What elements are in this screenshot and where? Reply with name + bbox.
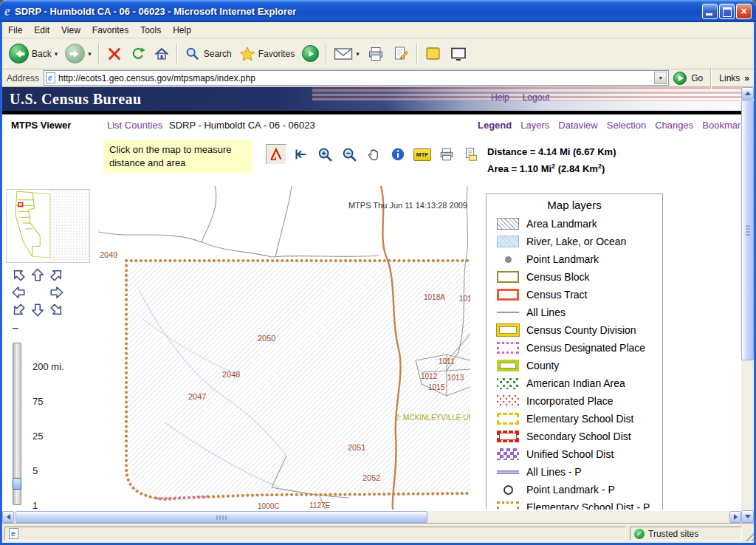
menu-view[interactable]: View [55, 23, 86, 38]
overview-map[interactable] [6, 189, 90, 263]
map-canvas[interactable]: MTPS Thu Jun 11 14:13:28 2009 2049205020… [98, 186, 470, 510]
pan-ne-button[interactable] [47, 266, 66, 284]
back-button[interactable]: Back ▾ [5, 41, 61, 67]
resize-grip[interactable] [743, 530, 754, 541]
vertical-scrollbar[interactable] [741, 87, 754, 523]
legend-item[interactable]: Census County Division [487, 321, 662, 339]
horizontal-scroll-thumb[interactable] [16, 511, 427, 523]
help-link[interactable]: Help [491, 92, 509, 103]
edit-button[interactable] [388, 41, 413, 67]
export-button[interactable] [461, 144, 481, 165]
home-button[interactable] [150, 41, 173, 67]
maximize-button[interactable] [719, 4, 735, 19]
favorites-button[interactable]: Favorites [236, 41, 298, 67]
map-label: 2048 [222, 370, 240, 379]
previous-extent-button[interactable] [290, 144, 311, 165]
vertical-scroll-thumb[interactable] [741, 100, 754, 360]
refresh-button[interactable] [126, 41, 150, 67]
mail-button[interactable]: ▾ [330, 41, 363, 67]
scroll-up-icon [745, 92, 751, 95]
nav-link-changes[interactable]: Changes [655, 120, 693, 131]
pan-se-button[interactable] [47, 301, 66, 319]
legend-item[interactable]: River, Lake, or Ocean [487, 233, 662, 250]
pan-tool-button[interactable] [363, 144, 384, 165]
messenger-icon [425, 45, 442, 63]
close-button[interactable]: × [736, 4, 752, 19]
discuss-icon [450, 45, 467, 63]
pan-s-button[interactable] [28, 301, 47, 319]
print-button[interactable] [363, 41, 388, 67]
forward-dropdown-icon[interactable]: ▾ [88, 50, 92, 58]
zoom-minus-label[interactable]: − [12, 322, 18, 335]
zoom-out-button[interactable] [339, 144, 360, 165]
map-label: 2: MCKINLEYVILLE UN [395, 414, 470, 422]
legend-item[interactable]: All Lines - P [487, 463, 662, 481]
legend-label: All Lines - P [526, 466, 582, 478]
zoom-slider[interactable] [13, 343, 21, 505]
history-button[interactable] [298, 41, 323, 67]
legend-item[interactable]: Census Designated Place [487, 339, 662, 357]
scroll-down-button[interactable] [741, 510, 754, 523]
scroll-up-button[interactable] [741, 87, 754, 100]
go-button[interactable]: Go [691, 73, 703, 83]
pan-e-button[interactable] [47, 284, 66, 301]
stop-button[interactable] [103, 41, 126, 67]
pan-n-button[interactable] [28, 266, 47, 284]
links-button[interactable]: Links [719, 73, 740, 83]
menu-favorites[interactable]: Favorites [86, 23, 134, 38]
legend-item[interactable]: Census Tract [487, 286, 662, 304]
mtf-tool-button[interactable]: MTF [412, 144, 433, 165]
pan-sw-button[interactable] [9, 301, 28, 319]
address-dropdown-icon[interactable]: ▾ [654, 72, 667, 84]
map-print-button[interactable] [436, 144, 457, 165]
back-dropdown-icon[interactable]: ▾ [55, 50, 58, 58]
home-icon [154, 46, 170, 62]
legend-item[interactable]: Area Landmark [487, 215, 662, 233]
nav-link-selection[interactable]: Selection [607, 120, 646, 131]
legend-item[interactable]: Point Landmark - P [487, 481, 662, 498]
info-tool-button[interactable] [388, 144, 408, 165]
title-bar[interactable]: e SDRP - Humboldt CA - 06 - 06023 - Micr… [0, 0, 756, 22]
legend-item[interactable]: County [487, 357, 662, 374]
scroll-right-button[interactable] [729, 511, 741, 523]
legend-label: Elementary School Dist - P [526, 501, 650, 510]
menu-help[interactable]: Help [167, 23, 197, 38]
legend-item[interactable]: Elementary School Dist - P [487, 498, 662, 510]
nav-link-dataview[interactable]: Dataview [558, 120, 597, 131]
links-chevron-icon[interactable]: » [744, 73, 749, 83]
legend-item[interactable]: Elementary School Dist [487, 410, 662, 428]
pan-w-button[interactable] [9, 284, 28, 301]
menu-edit[interactable]: Edit [28, 23, 55, 38]
address-input[interactable]: http://ecots1.geo.census.gov/mtpsmaps/in… [44, 70, 669, 86]
legend-item[interactable]: Unified School Dist [487, 445, 662, 463]
nav-link-legend[interactable]: Legend [478, 120, 512, 131]
menu-tools[interactable]: Tools [134, 23, 167, 38]
legend-label: Incorporated Place [526, 395, 614, 407]
mail-dropdown-icon[interactable]: ▾ [356, 50, 360, 58]
forward-button[interactable]: ▾ [61, 41, 95, 67]
measure-tool-button[interactable] [266, 144, 286, 165]
legend-item[interactable]: Census Block [487, 268, 662, 286]
horizontal-scrollbar[interactable] [2, 511, 741, 523]
messenger-button[interactable] [421, 41, 446, 67]
list-counties-link[interactable]: List Counties [107, 120, 162, 131]
ccd-swatch [497, 324, 519, 336]
legend-item[interactable]: Secondary School Dist [487, 428, 662, 445]
minimize-button[interactable] [702, 4, 718, 19]
discuss-button[interactable] [446, 41, 471, 67]
nav-link-layers[interactable]: Layers [520, 120, 549, 131]
go-icon[interactable] [673, 72, 687, 85]
legend-item[interactable]: Incorporated Place [487, 392, 662, 410]
scroll-left-button[interactable] [2, 511, 14, 523]
pan-nw-button[interactable] [9, 266, 28, 284]
menu-file[interactable]: File [2, 23, 28, 38]
search-button[interactable]: Search [181, 41, 236, 67]
logout-link[interactable]: Logout [523, 92, 550, 103]
cdp-swatch [497, 342, 519, 354]
legend-item[interactable]: American Indian Area [487, 374, 662, 392]
legend-item[interactable]: All Lines [487, 304, 662, 321]
nav-link-bookmar[interactable]: Bookmar [702, 120, 740, 131]
legend-item[interactable]: Point Landmark [487, 250, 662, 268]
zoom-in-button[interactable] [315, 144, 335, 165]
zoom-slider-thumb[interactable] [13, 478, 21, 490]
